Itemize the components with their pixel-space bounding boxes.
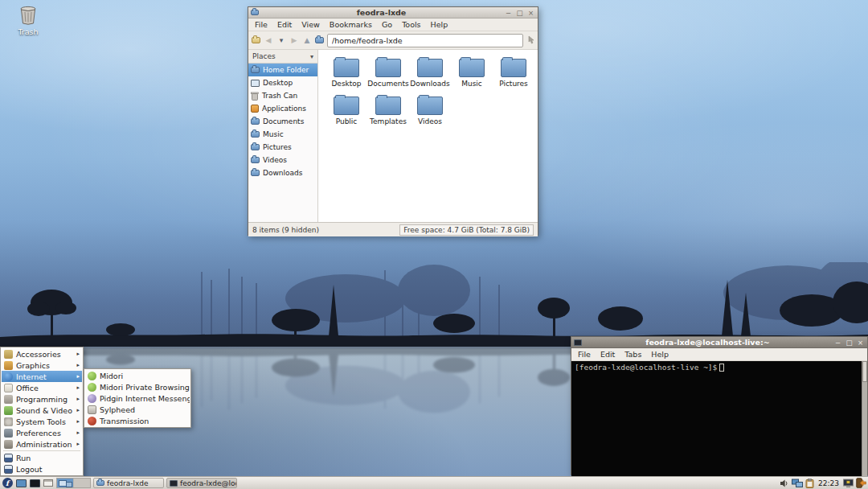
sidebar-item-applications[interactable]: Applications xyxy=(248,102,317,115)
workspace-2[interactable] xyxy=(74,479,90,487)
folder-item-public[interactable]: Public xyxy=(326,93,367,131)
up-icon[interactable]: ▲ xyxy=(302,36,312,44)
sidebar-item-label: Music xyxy=(263,130,284,138)
folder-item-music[interactable]: Music xyxy=(451,55,493,93)
sidebar-item-label: Documents xyxy=(263,117,304,125)
system-tools-icon xyxy=(4,417,13,426)
menu-item-accessories[interactable]: Accessories ▸ xyxy=(2,348,82,360)
folder-icon xyxy=(334,59,359,77)
menu-item-label: System Tools xyxy=(16,417,66,426)
sidebar-item-trash-can[interactable]: Trash Can xyxy=(248,89,317,102)
address-bar[interactable] xyxy=(327,34,523,47)
sidebar-item-pictures[interactable]: Pictures xyxy=(248,141,317,154)
terminal-minimize-button[interactable]: − xyxy=(833,338,842,347)
fm-close-button[interactable]: × xyxy=(526,8,535,18)
fm-menu-file[interactable]: File xyxy=(250,19,272,30)
task-button-terminal[interactable]: feodra-lxde@loc... xyxy=(166,478,237,488)
menu-item-programming[interactable]: Programming ▸ xyxy=(2,393,82,405)
clipboard-icon[interactable] xyxy=(805,479,814,488)
sidebar-mode-select[interactable]: Places ▾ xyxy=(248,50,317,64)
fm-titlebar[interactable]: feodra-lxde − □ × xyxy=(248,7,538,18)
new-tab-icon[interactable] xyxy=(252,37,260,43)
submenu-item-label: Sylpheed xyxy=(100,405,135,414)
menu-item-sound-video[interactable]: Sound & Video ▸ xyxy=(2,405,82,416)
terminal-menu-tabs[interactable]: Tabs xyxy=(620,349,646,360)
screensaver-lock-icon[interactable] xyxy=(843,479,854,488)
file-manager-launcher[interactable] xyxy=(15,478,27,488)
menu-item-preferences[interactable]: Preferences ▸ xyxy=(2,427,82,438)
file-manager-window: feodra-lxde − □ × File Edit View Bookmar… xyxy=(248,6,538,236)
free-space: Free space: 4.7 GiB (Total: 7.8 GiB) xyxy=(399,224,534,236)
fm-maximize-button[interactable]: □ xyxy=(515,8,524,18)
fm-menu-view[interactable]: View xyxy=(297,19,325,30)
folder-item-downloads[interactable]: Downloads xyxy=(409,55,451,93)
menu-item-office[interactable]: Office ▸ xyxy=(2,382,82,393)
terminal-launcher[interactable] xyxy=(29,478,40,488)
sidebar-item-videos[interactable]: Videos xyxy=(248,154,317,166)
menu-item-internet[interactable]: Internet ▸ xyxy=(2,371,82,382)
location-jump-icon[interactable] xyxy=(526,35,534,45)
task-button-file-manager[interactable]: feodra-lxde xyxy=(93,478,164,488)
trash-can-icon xyxy=(251,92,259,101)
submenu-item-transmission[interactable]: Transmission xyxy=(85,415,190,426)
sidebar-item-downloads[interactable]: Downloads xyxy=(248,166,317,179)
network-icon[interactable] xyxy=(792,479,803,488)
folder-icon xyxy=(251,157,260,163)
fm-menu-help[interactable]: Help xyxy=(426,19,453,30)
show-desktop-button[interactable] xyxy=(43,478,54,488)
volume-icon[interactable] xyxy=(780,479,789,488)
terminal-screen[interactable]: [feodra-lxde@localhost-live ~]$ xyxy=(571,361,867,477)
submenu-item-sylpheed[interactable]: Sylpheed xyxy=(85,404,190,415)
folder-item-templates[interactable]: Templates xyxy=(367,93,409,131)
fm-menu-tools[interactable]: Tools xyxy=(397,19,425,30)
task-button-label: feodra-lxde@loc... xyxy=(180,479,237,487)
fm-menu-edit[interactable]: Edit xyxy=(272,19,297,30)
clock[interactable]: 22:23 xyxy=(817,479,841,487)
terminal-menu-edit[interactable]: Edit xyxy=(596,349,620,360)
fm-minimize-button[interactable]: − xyxy=(504,8,513,18)
sidebar-item-desktop[interactable]: Desktop xyxy=(248,76,317,89)
workspace-pager[interactable] xyxy=(56,478,91,488)
history-dropdown-icon[interactable]: ▾ xyxy=(276,36,286,44)
sidebar-item-music[interactable]: Music xyxy=(248,128,317,141)
folder-icon xyxy=(417,59,443,77)
fm-menu-go[interactable]: Go xyxy=(377,19,397,30)
folder-icon xyxy=(251,131,260,138)
terminal-menu-help[interactable]: Help xyxy=(646,349,674,360)
submenu-arrow-icon: ▸ xyxy=(76,396,80,402)
menu-item-system-tools[interactable]: System Tools ▸ xyxy=(2,416,82,427)
sidebar-item-home-folder[interactable]: Home Folder xyxy=(248,64,317,76)
forward-icon[interactable]: ▶ xyxy=(289,36,299,44)
terminal-scrollbar[interactable] xyxy=(862,361,867,477)
terminal-titlebar[interactable]: feodra-lxde@localhost-live:~ − □ × xyxy=(571,337,867,348)
trash-desktop-icon[interactable]: Trash xyxy=(10,5,47,36)
submenu-arrow-icon: ▸ xyxy=(76,373,80,380)
folder-item-desktop[interactable]: Desktop xyxy=(326,55,367,93)
submenu-item-pidgin[interactable]: Pidgin Internet Messenger xyxy=(85,392,190,404)
menu-item-label: Programming xyxy=(16,395,68,404)
start-menu-button[interactable]: f xyxy=(2,478,13,488)
folder-icon xyxy=(96,480,104,486)
menu-item-label: Run xyxy=(16,454,31,462)
menu-item-administration[interactable]: Administration ▸ xyxy=(2,438,82,450)
home-icon[interactable] xyxy=(315,37,324,43)
submenu-item-midori-private[interactable]: Midori Private Browsing xyxy=(85,381,190,392)
submenu-item-midori[interactable]: Midori xyxy=(85,370,190,381)
sidebar-item-documents[interactable]: Documents xyxy=(248,115,317,128)
terminal-close-button[interactable]: × xyxy=(856,338,865,347)
folder-item-videos[interactable]: Videos xyxy=(409,93,451,131)
terminal-maximize-button[interactable]: □ xyxy=(845,338,854,347)
submenu-arrow-icon: ▸ xyxy=(76,384,80,391)
folder-item-pictures[interactable]: Pictures xyxy=(493,55,534,93)
menu-item-logout[interactable]: Logout xyxy=(2,463,82,475)
folder-item-documents[interactable]: Documents xyxy=(367,55,409,93)
terminal-menu-file[interactable]: File xyxy=(573,349,596,360)
back-icon[interactable]: ◀ xyxy=(264,36,273,44)
start-menu: Accessories ▸ Graphics ▸ Internet ▸ Offi… xyxy=(0,347,84,476)
logout-icon[interactable] xyxy=(856,478,866,488)
menu-item-graphics[interactable]: Graphics ▸ xyxy=(2,360,82,371)
fm-menu-bookmarks[interactable]: Bookmarks xyxy=(325,19,377,30)
workspace-1[interactable] xyxy=(57,479,73,487)
scrollbar-thumb[interactable] xyxy=(862,361,867,382)
menu-item-run[interactable]: Run xyxy=(2,452,82,463)
